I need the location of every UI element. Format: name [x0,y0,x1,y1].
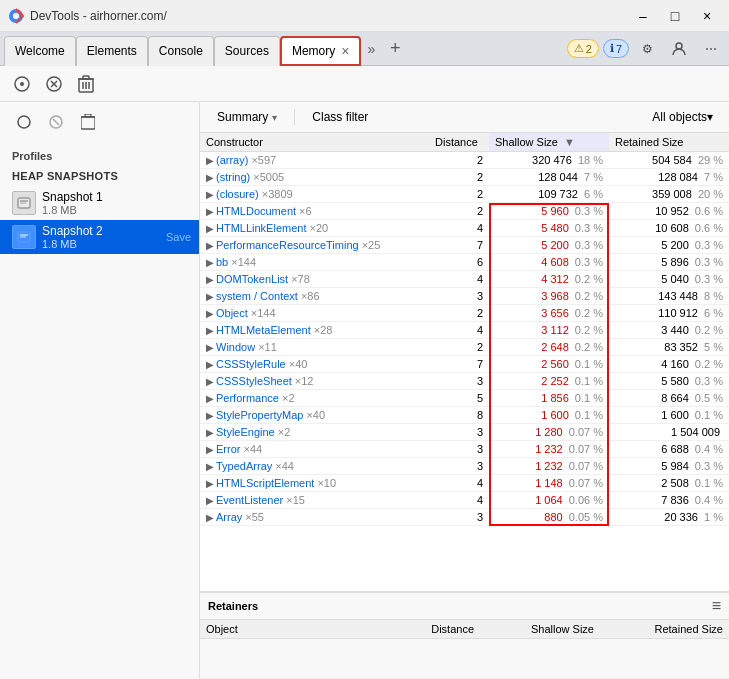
summary-dropdown[interactable]: Summary ▾ [208,106,286,128]
expand-arrow-icon[interactable]: ▶ [206,495,214,506]
table-row[interactable]: ▶Array×553880 0.05 %20 336 1 % [200,509,729,526]
minimize-button[interactable]: – [629,6,657,26]
expand-arrow-icon[interactable]: ▶ [206,172,214,183]
expand-arrow-icon[interactable]: ▶ [206,257,214,268]
table-row[interactable]: ▶HTMLScriptElement×1041 148 0.07 %2 508 … [200,475,729,492]
class-filter-dropdown[interactable]: Class filter [303,106,377,128]
settings-icon[interactable]: ⚙ [633,35,661,63]
expand-arrow-icon[interactable]: ▶ [206,359,214,370]
expand-arrow-icon[interactable]: ▶ [206,189,214,200]
distance-cell: 3 [429,424,489,441]
shallow-size-cell: 5 200 0.3 % [489,237,609,254]
expand-arrow-icon[interactable]: ▶ [206,512,214,523]
expand-arrow-icon[interactable]: ▶ [206,308,214,319]
tab-welcome[interactable]: Welcome [4,36,76,66]
close-tab-icon[interactable]: × [341,43,349,59]
table-row[interactable]: ▶CSSStyleSheet×1232 252 0.1 %5 580 0.3 % [200,373,729,390]
table-row[interactable]: ▶(string)×50052128 044 7 %128 084 7 % [200,169,729,186]
ret-col-distance[interactable]: Distance [420,620,480,639]
table-row[interactable]: ▶EventListener×1541 064 0.06 %7 836 0.4 … [200,492,729,509]
stop-record-icon[interactable] [44,110,68,134]
instance-count: ×40 [306,409,325,421]
constructor-name: HTMLDocument [216,205,296,217]
table-row[interactable]: ▶HTMLLinkElement×2045 480 0.3 %10 608 0.… [200,220,729,237]
table-row[interactable]: ▶HTMLDocument×625 960 0.3 %10 952 0.6 % [200,203,729,220]
expand-arrow-icon[interactable]: ▶ [206,155,214,166]
sort-down-icon: ▼ [564,136,575,148]
table-row[interactable]: ▶Performance×251 856 0.1 %8 664 0.5 % [200,390,729,407]
distance-cell: 3 [429,441,489,458]
table-row[interactable]: ▶HTMLMetaElement×2843 112 0.2 %3 440 0.2… [200,322,729,339]
window-controls: – □ × [629,6,721,26]
expand-arrow-icon[interactable]: ▶ [206,342,214,353]
table-row[interactable]: ▶StylePropertyMap×4081 600 0.1 %1 600 0.… [200,407,729,424]
ret-col-retained[interactable]: Retained Size [600,620,729,639]
col-header-constructor[interactable]: Constructor [200,133,429,152]
col-header-shallow[interactable]: Shallow Size ▼ [489,133,609,152]
expand-arrow-icon[interactable]: ▶ [206,325,214,336]
more-tabs-icon[interactable]: » [361,37,381,61]
constructor-name: Error [216,443,240,455]
inspect-element-icon[interactable] [8,70,36,98]
delete-icon[interactable] [76,110,100,134]
tab-memory[interactable]: Memory × [280,36,362,66]
instance-count: ×10 [317,477,336,489]
expand-arrow-icon[interactable]: ▶ [206,410,214,421]
svg-point-14 [18,116,30,128]
distance-cell: 7 [429,237,489,254]
new-tab-button[interactable]: + [381,35,409,63]
expand-arrow-icon[interactable]: ▶ [206,291,214,302]
tab-sources[interactable]: Sources [214,36,280,66]
info-badge[interactable]: ℹ 7 [603,39,629,58]
retainers-menu-icon[interactable]: ≡ [712,597,721,615]
warning-badge[interactable]: ⚠ 2 [567,39,599,58]
stop-icon[interactable] [40,70,68,98]
shallow-size-cell: 1 148 0.07 % [489,475,609,492]
table-row[interactable]: ▶(closure)×38092109 732 6 %359 008 20 % [200,186,729,203]
table-row[interactable]: ▶system / Context×8633 968 0.2 %143 448 … [200,288,729,305]
distance-cell: 2 [429,305,489,322]
all-objects-dropdown[interactable]: All objects ▾ [644,107,721,127]
tab-console[interactable]: Console [148,36,214,66]
expand-arrow-icon[interactable]: ▶ [206,206,214,217]
table-row[interactable]: ▶DOMTokenList×7844 312 0.2 %5 040 0.3 % [200,271,729,288]
expand-arrow-icon[interactable]: ▶ [206,461,214,472]
expand-arrow-icon[interactable]: ▶ [206,478,214,489]
expand-arrow-icon[interactable]: ▶ [206,376,214,387]
trash-icon[interactable] [72,70,100,98]
ret-col-shallow[interactable]: Shallow Size [480,620,600,639]
svg-point-4 [20,82,24,86]
expand-arrow-icon[interactable]: ▶ [206,274,214,285]
table-row[interactable]: ▶StyleEngine×231 280 0.07 %1 504 009 [200,424,729,441]
more-options-icon[interactable]: ⋯ [697,35,725,63]
retainers-empty-row [200,639,729,679]
table-row[interactable]: ▶TypedArray×4431 232 0.07 %5 984 0.3 % [200,458,729,475]
profile-icon[interactable] [665,35,693,63]
ret-col-object[interactable]: Object [200,620,420,639]
summary-arrow-icon: ▾ [272,112,277,123]
close-button[interactable]: × [693,6,721,26]
table-wrapper[interactable]: Constructor Distance Shallow Size ▼ Reta… [200,133,729,591]
table-row[interactable]: ▶Window×1122 648 0.2 %83 352 5 % [200,339,729,356]
maximize-button[interactable]: □ [661,6,689,26]
table-row[interactable]: ▶CSSStyleRule×4072 560 0.1 %4 160 0.2 % [200,356,729,373]
instance-count: ×55 [245,511,264,523]
save-link[interactable]: Save [166,231,191,243]
snapshot-1-item[interactable]: Snapshot 1 1.8 MB [0,186,199,220]
expand-arrow-icon[interactable]: ▶ [206,444,214,455]
expand-arrow-icon[interactable]: ▶ [206,393,214,404]
table-row[interactable]: ▶bb×14464 608 0.3 %5 896 0.3 % [200,254,729,271]
col-header-retained[interactable]: Retained Size [609,133,729,152]
expand-arrow-icon[interactable]: ▶ [206,240,214,251]
snapshot-2-item[interactable]: Snapshot 2 1.8 MB Save [0,220,199,254]
table-row[interactable]: ▶(array)×5972320 476 18 %504 584 29 % [200,152,729,169]
expand-arrow-icon[interactable]: ▶ [206,427,214,438]
table-row[interactable]: ▶PerformanceResourceTiming×2575 200 0.3 … [200,237,729,254]
table-row[interactable]: ▶Error×4431 232 0.07 %6 688 0.4 % [200,441,729,458]
shallow-size-cell: 1 600 0.1 % [489,407,609,424]
col-header-distance[interactable]: Distance [429,133,489,152]
record-icon[interactable] [12,110,36,134]
expand-arrow-icon[interactable]: ▶ [206,223,214,234]
table-row[interactable]: ▶Object×14423 656 0.2 %110 912 6 % [200,305,729,322]
tab-elements[interactable]: Elements [76,36,148,66]
